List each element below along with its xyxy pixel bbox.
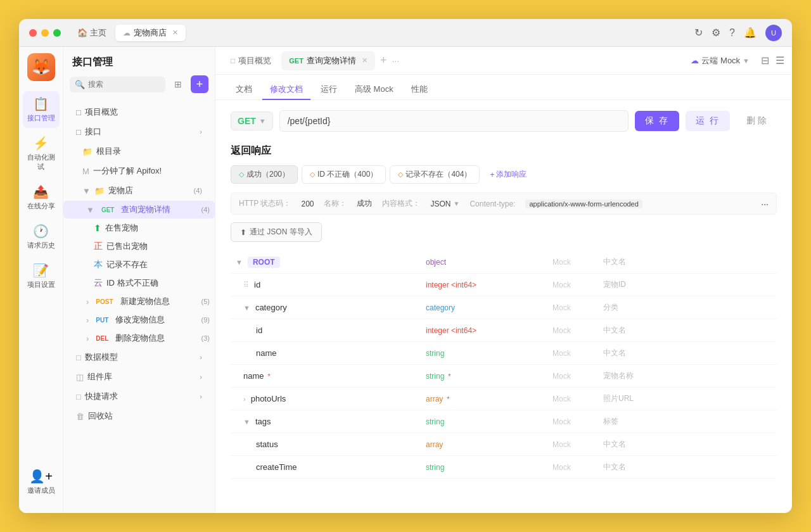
nav-item-sold[interactable]: 正 已售出宠物 xyxy=(63,238,215,255)
nav-item-interface[interactable]: □ 接口 › xyxy=(67,122,211,141)
sidebar-item-history[interactable]: 🕐 请求历史 xyxy=(23,218,60,255)
field-name-category: category xyxy=(255,303,287,312)
content-tabs: □ 项目概览 GET 查询宠物详情 ✕ + ··· ☁ 云端 Mock ▼ ⊟ xyxy=(215,47,792,75)
response-tab-400[interactable]: ◇ ID 不正确（400） xyxy=(302,165,386,184)
home-tab[interactable]: 🏠 主页 xyxy=(71,25,113,41)
layout-toggle-icon[interactable]: ⊟ xyxy=(761,54,769,66)
shop-tab[interactable]: ☁ 宠物商店 ✕ xyxy=(115,25,186,41)
method-select[interactable]: GET ▼ xyxy=(231,111,273,130)
search-icon: 🔍 xyxy=(75,80,85,89)
url-input[interactable] xyxy=(279,110,629,132)
user-avatar[interactable]: U xyxy=(765,25,782,41)
category-expand-icon[interactable]: ▼ xyxy=(243,304,250,312)
http-info-more[interactable]: ··· xyxy=(761,199,769,209)
titlebar-tabs: 🏠 主页 ☁ 宠物商店 ✕ xyxy=(71,25,694,41)
tab-overview[interactable]: □ 项目概览 xyxy=(223,51,279,70)
tags-type: string xyxy=(426,417,444,426)
add-tab-btn[interactable]: + xyxy=(378,54,390,67)
nav-item-iderror[interactable]: 云 ID 格式不正确 xyxy=(63,274,215,292)
nav-item-onsale[interactable]: ⬆ 在售宠物 xyxy=(63,219,215,237)
doc-tab-docs[interactable]: 文档 xyxy=(228,80,260,100)
panel-title: 接口管理 xyxy=(63,47,215,75)
sidebar-item-interface[interactable]: 📋 接口管理 xyxy=(23,91,60,128)
nav-item-notfound[interactable]: 本 记录不存在 xyxy=(63,256,215,274)
nav-item-overview[interactable]: □ 项目概览 xyxy=(67,103,211,122)
add-response-button[interactable]: + 添加响应 xyxy=(483,166,533,183)
sidebar-item-automation[interactable]: ⚡ 自动化测试 xyxy=(23,130,60,177)
resp-tab-200-label: 成功（200） xyxy=(246,169,290,180)
help-icon[interactable]: ? xyxy=(729,27,735,39)
schema-cn-cell-photos: 照片URL xyxy=(598,390,649,408)
schema-cn-cell-name: 宠物名称 xyxy=(598,367,649,385)
main-content: □ 项目概览 GET 查询宠物详情 ✕ + ··· ☁ 云端 Mock ▼ ⊟ xyxy=(215,47,792,513)
response-tab-200[interactable]: ◇ 成功（200） xyxy=(231,165,298,184)
cat-id-mock: Mock xyxy=(552,326,571,335)
sidebar-item-invite[interactable]: 👤+ 邀请成员 xyxy=(23,464,60,500)
nav-item-query-pet[interactable]: ▼ GET 查询宠物详情 (4) xyxy=(63,201,215,218)
maximize-button[interactable] xyxy=(53,29,61,37)
doc-icon: M xyxy=(82,167,89,176)
root-expand-icon[interactable]: ▼ xyxy=(236,258,243,266)
save-button[interactable]: 保 存 xyxy=(635,111,679,131)
query-tab-close[interactable]: ✕ xyxy=(362,56,367,65)
sidebar-item-share[interactable]: 📤 在线分享 xyxy=(23,179,60,216)
tags-expand-icon[interactable]: ▼ xyxy=(243,418,250,426)
tab-query-pet[interactable]: GET 查询宠物详情 ✕ xyxy=(281,51,375,70)
icon-sidebar: 🦊 📋 接口管理 ⚡ 自动化测试 📤 在线分享 🕐 请求历史 📝 项目设置 xyxy=(19,47,63,513)
cat-name-type: string xyxy=(426,349,444,358)
nav-item-apifox[interactable]: M 一分钟了解 Apifox! xyxy=(67,162,211,180)
field-name-status: status xyxy=(256,440,278,449)
main-layout: 🦊 📋 接口管理 ⚡ 自动化测试 📤 在线分享 🕐 请求历史 📝 项目设置 xyxy=(19,47,792,513)
field-name-photos: photoUrls xyxy=(251,394,286,403)
tab-actions: ☁ 云端 Mock ▼ ⊟ ☰ xyxy=(686,53,784,69)
close-button[interactable] xyxy=(29,29,37,37)
add-button[interactable]: + xyxy=(191,75,208,93)
search-input[interactable] xyxy=(88,80,160,89)
cloud-mock-label: 云端 Mock xyxy=(701,55,740,66)
photos-expand-icon[interactable]: › xyxy=(243,395,246,403)
nav-label-components: 组件库 xyxy=(87,371,112,383)
id-mock: Mock xyxy=(552,281,571,289)
plus-icon: + xyxy=(490,170,494,179)
run-button[interactable]: 运 行 xyxy=(686,111,730,131)
nav-item-components[interactable]: ◫ 组件库 › xyxy=(67,367,211,386)
doc-tab-edit[interactable]: 修改文档 xyxy=(262,80,310,100)
cat-id-cn: 中文名 xyxy=(603,325,626,336)
nav-item-quickreq[interactable]: □ 快捷请求 › xyxy=(67,387,211,406)
root-cn: 中文名 xyxy=(603,256,626,267)
nav-item-datamodel[interactable]: □ 数据模型 › xyxy=(67,348,211,367)
doc-tab-mock[interactable]: 高级 Mock xyxy=(347,80,401,100)
photos-type: array xyxy=(426,395,443,403)
delete-button[interactable]: 删 除 xyxy=(736,111,777,131)
nav-item-newpet[interactable]: › POST 新建宠物信息 (5) xyxy=(63,293,215,310)
more-options-icon[interactable]: ☰ xyxy=(776,54,784,66)
shop-tab-close[interactable]: ✕ xyxy=(172,28,178,37)
status-mock: Mock xyxy=(552,440,571,449)
iderror-icon: 云 xyxy=(94,277,103,289)
nav-item-deletepet[interactable]: › DEL 删除宠物信息 (3) xyxy=(63,329,215,347)
quickreq-chevron: › xyxy=(200,393,202,400)
sidebar-item-settings[interactable]: 📝 项目设置 xyxy=(23,258,60,294)
refresh-icon[interactable]: ↻ xyxy=(694,27,703,39)
root-mock: Mock xyxy=(552,258,571,267)
field-name-tags: tags xyxy=(255,417,271,426)
minimize-button[interactable] xyxy=(41,29,49,37)
nav-item-root[interactable]: 📁 根目录 xyxy=(67,142,211,161)
doc-tab-perf[interactable]: 性能 xyxy=(404,80,435,100)
response-tab-404[interactable]: ◇ 记录不存在（404） xyxy=(390,165,480,184)
name-required: * xyxy=(448,372,450,380)
doc-tab-run[interactable]: 运行 xyxy=(313,80,345,100)
nav-item-editpet[interactable]: › PUT 修改宠物信息 (9) xyxy=(63,311,215,329)
cloud-mock-button[interactable]: ☁ 云端 Mock ▼ xyxy=(686,53,755,69)
nav-item-petstore[interactable]: ▼ 📁 宠物店 (4) xyxy=(67,181,211,200)
schema-name-cell-createtime: createTime xyxy=(231,459,421,476)
import-button[interactable]: ⬆ 通过 JSON 等导入 xyxy=(231,222,322,242)
settings-icon[interactable]: ⚙ xyxy=(712,27,720,39)
more-tabs-btn[interactable]: ··· xyxy=(392,56,399,66)
notification-icon[interactable]: 🔔 xyxy=(744,27,757,39)
schema-row-name: name * string * Mock 宠物名称 xyxy=(231,365,777,388)
diamond-icon: ◇ xyxy=(239,170,244,179)
drag-handle-id[interactable]: ⠿ xyxy=(243,281,249,289)
filter-button[interactable]: ⊞ xyxy=(169,75,187,93)
nav-item-trash[interactable]: 🗑 回收站 xyxy=(67,407,211,426)
